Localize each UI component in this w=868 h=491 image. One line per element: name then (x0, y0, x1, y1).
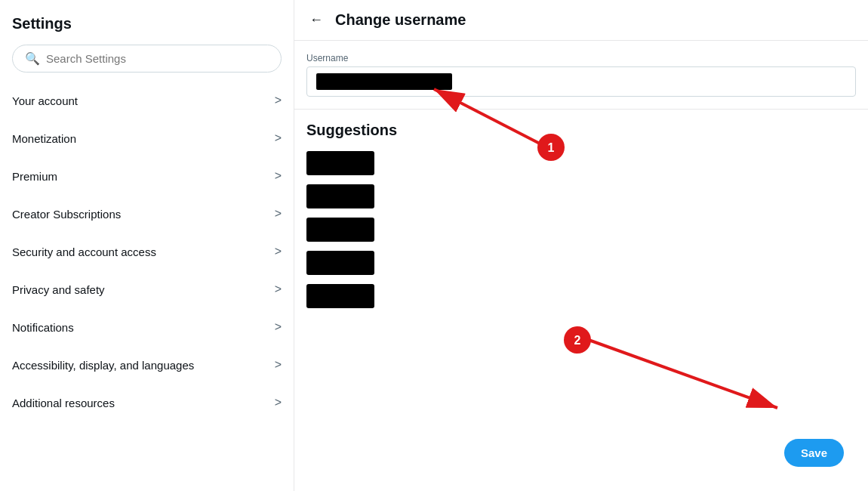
chevron-icon-privacy: > (275, 283, 282, 296)
username-label: Username (306, 53, 856, 63)
chevron-icon-additional: > (275, 396, 282, 409)
sidebar-item-label-security: Security and account access (12, 246, 156, 258)
page-title: Change username (335, 11, 466, 29)
sidebar-nav: Your account > Monetization > Premium > … (0, 82, 294, 422)
save-button[interactable]: Save (784, 439, 844, 467)
search-icon: 🔍 (25, 51, 40, 66)
sidebar-item-accessibility[interactable]: Accessibility, display, and languages > (0, 346, 294, 384)
search-input[interactable] (46, 52, 269, 65)
chevron-icon-security: > (275, 245, 282, 258)
sidebar-item-label-monetization: Monetization (12, 132, 76, 145)
suggestion-item-5[interactable] (306, 284, 374, 308)
sidebar-title: Settings (0, 9, 294, 45)
sidebar-item-label-additional: Additional resources (12, 397, 115, 409)
chevron-icon-creator-subscriptions: > (275, 207, 282, 221)
suggestion-item-3[interactable] (306, 218, 374, 242)
suggestions-section: Suggestions (294, 110, 868, 329)
sidebar-item-label-premium: Premium (12, 170, 57, 183)
sidebar-item-label-notifications: Notifications (12, 321, 74, 334)
sidebar-item-label-creator-subscriptions: Creator Subscriptions (12, 208, 121, 221)
sidebar: Settings 🔍 Your account > Monetization >… (0, 0, 294, 491)
main-header: ← Change username (294, 0, 868, 41)
suggestion-item-1[interactable] (306, 151, 374, 175)
chevron-icon-your-account: > (275, 94, 282, 107)
chevron-icon-premium: > (275, 169, 282, 183)
sidebar-item-security[interactable]: Security and account access > (0, 233, 294, 270)
suggestion-item-4[interactable] (306, 251, 374, 275)
svg-point-5 (564, 326, 591, 354)
username-value (316, 73, 452, 90)
back-button[interactable]: ← (306, 9, 326, 31)
sidebar-item-label-your-account: Your account (12, 94, 78, 107)
chevron-icon-monetization: > (275, 131, 282, 145)
sidebar-item-privacy[interactable]: Privacy and safety > (0, 270, 294, 308)
sidebar-item-label-privacy: Privacy and safety (12, 283, 105, 296)
sidebar-item-monetization[interactable]: Monetization > (0, 119, 294, 157)
chevron-icon-notifications: > (275, 320, 282, 334)
svg-line-4 (589, 340, 777, 408)
search-bar[interactable]: 🔍 (12, 45, 282, 73)
sidebar-item-additional[interactable]: Additional resources > (0, 384, 294, 422)
chevron-icon-accessibility: > (275, 358, 282, 372)
sidebar-item-notifications[interactable]: Notifications > (0, 308, 294, 346)
sidebar-item-label-accessibility: Accessibility, display, and languages (12, 359, 194, 372)
sidebar-item-your-account[interactable]: Your account > (0, 82, 294, 119)
sidebar-item-premium[interactable]: Premium > (0, 157, 294, 195)
suggestions-title: Suggestions (306, 122, 856, 139)
username-input-wrap[interactable] (306, 66, 856, 97)
username-section: Username (294, 41, 868, 110)
suggestion-item-2[interactable] (306, 184, 374, 208)
svg-text:2: 2 (574, 334, 581, 347)
sidebar-item-creator-subscriptions[interactable]: Creator Subscriptions > (0, 195, 294, 233)
main-content: ← Change username Username Suggestions S… (294, 0, 868, 491)
